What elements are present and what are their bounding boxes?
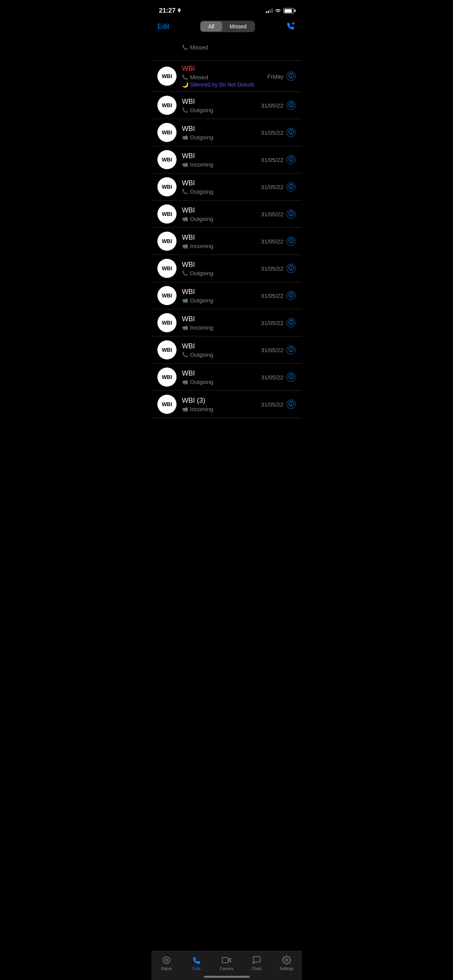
phone-call-icon: 📞 [182,189,188,194]
info-button[interactable]: ⓘ [286,72,296,81]
call-type-label: Outgoing [190,297,213,304]
call-date: 31/05/22 [261,129,283,136]
video-call-icon: 📹 [182,297,188,303]
info-button[interactable]: ⓘ [286,101,296,110]
call-item: WBIWBI📞Missed🌙 Silenced by Do Not Distur… [151,61,302,92]
call-meta: 31/05/22ⓘ [261,345,296,354]
location-icon [177,8,181,13]
info-button[interactable]: ⓘ [286,372,296,382]
call-name: WBI [182,315,261,323]
call-type-label: Outgoing [190,270,213,276]
avatar-initials: WBI [162,129,172,136]
call-info: WBI📹Incoming [182,152,261,168]
call-meta: 31/05/22ⓘ [261,155,296,164]
call-meta: 31/05/22ⓘ [261,318,296,327]
call-meta: 31/05/22ⓘ [261,237,296,246]
call-type: 📞Outgoing [182,351,261,358]
avatar-initials: WBI [162,320,172,326]
edit-button[interactable]: Edit [157,23,169,31]
info-button[interactable]: ⓘ [286,318,296,327]
segment-missed[interactable]: Missed [222,21,254,31]
call-item: WBIWBI📹Outgoing31/05/22ⓘ [151,119,302,146]
partial-phone-icon: 📞 [182,44,188,50]
call-name: WBI [182,152,261,160]
call-type: 📹Outgoing [182,379,261,385]
call-type-label: Missed [190,74,208,80]
call-item: WBIWBI📹Incoming31/05/22ⓘ [151,228,302,255]
call-name: WBI [182,261,261,269]
video-call-icon: 📹 [182,325,188,330]
info-button[interactable]: ⓘ [286,209,296,219]
call-info: WBI📞Outgoing [182,98,261,113]
avatar-initials: WBI [162,292,172,299]
segment-all[interactable]: All [201,21,222,31]
call-meta: 31/05/22ⓘ [261,182,296,191]
partial-call-item: 📞 Missed [151,36,302,61]
info-button[interactable]: ⓘ [286,345,296,354]
segmented-control: All Missed [200,21,255,32]
phone-call-icon: 📞 [182,107,188,113]
partial-type-label: Missed [190,44,208,51]
avatar-initials: WBI [162,238,172,244]
call-type: 📹Outgoing [182,216,261,222]
avatar-initials: WBI [162,265,172,271]
video-call-icon: 📹 [182,243,188,249]
info-button[interactable]: ⓘ [286,128,296,137]
call-meta: Fridayⓘ [267,72,296,81]
call-meta: 31/05/22ⓘ [261,400,296,409]
avatar: WBI [157,123,177,142]
info-button[interactable]: ⓘ [286,237,296,246]
video-call-icon: 📹 [182,162,188,167]
info-button[interactable]: ⓘ [286,291,296,300]
call-date: 31/05/22 [261,347,283,353]
call-info: WBI📹Outgoing [182,125,261,140]
avatar: WBI [157,96,177,115]
call-info: WBI📞Outgoing [182,342,261,358]
call-type: 📞Outgoing [182,107,261,113]
call-meta: 31/05/22ⓘ [261,209,296,219]
call-type-label: Incoming [190,406,213,412]
call-item: WBIWBI📞Outgoing31/05/22ⓘ [151,336,302,364]
call-name: WBI [182,206,261,214]
avatar-initials: WBI [162,211,172,217]
avatar: WBI [157,340,177,359]
call-meta: 31/05/22ⓘ [261,372,296,382]
call-info: WBI📞Outgoing [182,261,261,276]
partial-call-info: 📞 Missed [182,44,296,51]
call-date: 31/05/22 [261,102,283,109]
call-name: WBI (3) [182,397,261,405]
info-button[interactable]: ⓘ [286,155,296,164]
call-meta: 31/05/22ⓘ [261,291,296,300]
call-type-label: Incoming [190,243,213,249]
call-item: WBIWBI📹Outgoing31/05/22ⓘ [151,364,302,391]
avatar: WBI [157,150,177,169]
time-display: 21:27 [159,7,175,15]
call-info: WBI📹Outgoing [182,206,261,222]
wifi-icon [275,7,281,14]
avatar-initials: WBI [162,347,172,353]
call-date: 31/05/22 [261,238,283,245]
avatar: WBI [157,232,177,251]
signal-bars [266,8,273,13]
avatar: WBI [157,313,177,332]
call-type-label: Outgoing [190,134,213,140]
call-name: WBI [182,369,261,377]
info-button[interactable]: ⓘ [286,182,296,191]
info-button[interactable]: ⓘ [286,264,296,273]
avatar: WBI [157,67,177,86]
phone-call-icon: 📞 [182,270,188,276]
call-type-label: Outgoing [190,379,213,385]
call-info: WBI📹Incoming [182,234,261,249]
avatar-initials: WBI [162,184,172,190]
video-call-icon: 📹 [182,134,188,140]
call-type: 📹Outgoing [182,134,261,140]
avatar: WBI [157,395,177,414]
call-info: WBI (3)📹Incoming [182,397,261,412]
call-date: 31/05/22 [261,320,283,326]
call-type-label: Incoming [190,161,213,168]
battery-icon [283,8,294,13]
add-call-button[interactable] [286,21,296,32]
call-type: 📹Outgoing [182,297,261,304]
avatar-initials: WBI [162,374,172,380]
info-button[interactable]: ⓘ [286,400,296,409]
